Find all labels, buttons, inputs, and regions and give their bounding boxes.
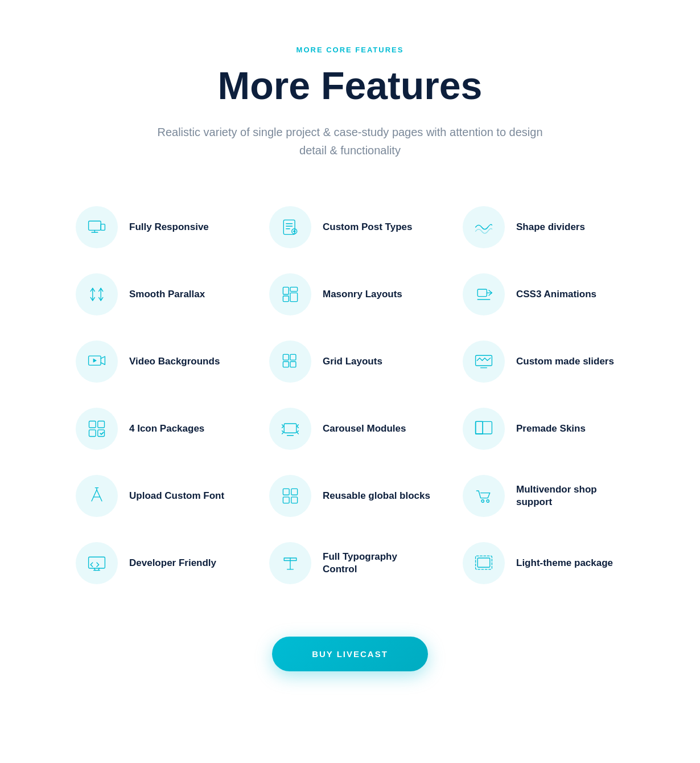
svg-rect-12 — [283, 296, 289, 301]
developer-icon — [76, 542, 118, 584]
feature-item-upload-custom-font: Upload Custom Font — [60, 462, 253, 530]
page-wrapper: MORE CORE FEATURES More Features Realist… — [37, 0, 663, 717]
feature-label-light-theme: Light-theme package — [516, 557, 613, 569]
svg-rect-22 — [283, 362, 289, 367]
feature-item-grid-layouts: Grid Layouts — [253, 328, 447, 395]
feature-item-reusable-blocks: Reusable global blocks — [253, 462, 447, 530]
feature-item-carousel-modules: Carousel Modules — [253, 395, 447, 462]
feature-item-custom-post-types: Custom Post Types — [253, 194, 447, 261]
svg-rect-20 — [283, 354, 289, 360]
carousel-icon — [269, 408, 311, 450]
svg-rect-29 — [98, 430, 105, 437]
svg-rect-13 — [290, 287, 298, 291]
svg-rect-38 — [283, 489, 289, 495]
feature-item-multivendor: Multivendor shop support — [447, 462, 640, 530]
svg-rect-30 — [284, 424, 297, 433]
video-icon — [76, 341, 118, 383]
animations-icon — [463, 273, 505, 315]
svg-rect-3 — [101, 224, 105, 230]
svg-rect-26 — [89, 421, 96, 428]
feature-label-custom-sliders: Custom made sliders — [516, 355, 614, 368]
section-subtitle: Realistic variety of single project & ca… — [157, 123, 543, 159]
svg-rect-0 — [89, 221, 101, 230]
feature-label-custom-post-types: Custom Post Types — [323, 221, 412, 233]
feature-item-developer-friendly: Developer Friendly — [60, 530, 253, 597]
feature-label-typography-control: Full Typography Control — [323, 551, 431, 576]
svg-rect-4 — [283, 220, 295, 234]
svg-rect-28 — [89, 430, 96, 437]
features-grid: Fully ResponsiveCustom Post TypesShape d… — [60, 194, 640, 597]
svg-rect-21 — [290, 354, 296, 360]
section-eyebrow: MORE CORE FEATURES — [60, 46, 640, 54]
svg-rect-40 — [283, 497, 289, 503]
svg-rect-41 — [291, 497, 298, 503]
svg-rect-32 — [476, 421, 492, 434]
feature-item-fully-responsive: Fully Responsive — [60, 194, 253, 261]
feature-label-fully-responsive: Fully Responsive — [129, 221, 209, 233]
feature-item-light-theme: Light-theme package — [447, 530, 640, 597]
feature-label-video-backgrounds: Video Backgrounds — [129, 355, 220, 368]
skins-icon — [463, 408, 505, 450]
shop-icon — [463, 475, 505, 517]
svg-rect-51 — [477, 558, 490, 567]
feature-item-custom-sliders: Custom made sliders — [447, 328, 640, 395]
svg-point-43 — [487, 500, 489, 503]
sliders-icon — [463, 341, 505, 383]
svg-rect-39 — [291, 489, 298, 495]
feature-label-smooth-parallax: Smooth Parallax — [129, 288, 205, 301]
feature-label-carousel-modules: Carousel Modules — [323, 422, 406, 435]
svg-rect-27 — [98, 421, 105, 428]
feature-label-premade-skins: Premade Skins — [516, 422, 586, 435]
svg-rect-11 — [283, 287, 289, 294]
custom-post-icon — [269, 206, 311, 248]
feature-label-icon-packages: 4 Icon Packages — [129, 422, 204, 435]
cta-wrap: BUY LIVECAST — [60, 637, 640, 671]
feature-item-video-backgrounds: Video Backgrounds — [60, 328, 253, 395]
feature-label-shape-dividers: Shape dividers — [516, 221, 585, 233]
buy-livecast-button[interactable]: BUY LIVECAST — [272, 637, 428, 671]
responsive-icon — [76, 206, 118, 248]
svg-rect-14 — [290, 293, 298, 301]
svg-marker-19 — [93, 358, 97, 362]
svg-rect-33 — [476, 421, 483, 434]
blocks-icon — [269, 475, 311, 517]
shape-dividers-icon — [463, 206, 505, 248]
feature-item-smooth-parallax: Smooth Parallax — [60, 261, 253, 328]
feature-label-reusable-blocks: Reusable global blocks — [323, 490, 430, 502]
feature-label-masonry-layouts: Masonry Layouts — [323, 288, 402, 301]
svg-rect-34 — [476, 421, 483, 434]
light-theme-icon — [463, 542, 505, 584]
grid-icon — [269, 341, 311, 383]
feature-label-css3-animations: CSS3 Animations — [516, 288, 596, 301]
feature-item-icon-packages: 4 Icon Packages — [60, 395, 253, 462]
svg-point-42 — [481, 500, 484, 503]
feature-item-premade-skins: Premade Skins — [447, 395, 640, 462]
feature-label-multivendor: Multivendor shop support — [516, 483, 624, 508]
feature-item-shape-dividers: Shape dividers — [447, 194, 640, 261]
typography-icon — [269, 542, 311, 584]
parallax-icon — [76, 273, 118, 315]
feature-label-upload-custom-font: Upload Custom Font — [129, 490, 224, 502]
svg-rect-15 — [477, 289, 487, 297]
feature-item-typography-control: Full Typography Control — [253, 530, 447, 597]
icons-icon — [76, 408, 118, 450]
feature-item-css3-animations: CSS3 Animations — [447, 261, 640, 328]
feature-label-developer-friendly: Developer Friendly — [129, 557, 216, 569]
section-title: More Features — [60, 64, 640, 107]
masonry-icon — [269, 273, 311, 315]
svg-rect-24 — [476, 355, 492, 366]
feature-label-grid-layouts: Grid Layouts — [323, 355, 382, 368]
feature-item-masonry-layouts: Masonry Layouts — [253, 261, 447, 328]
font-icon — [76, 475, 118, 517]
svg-rect-23 — [290, 362, 296, 367]
